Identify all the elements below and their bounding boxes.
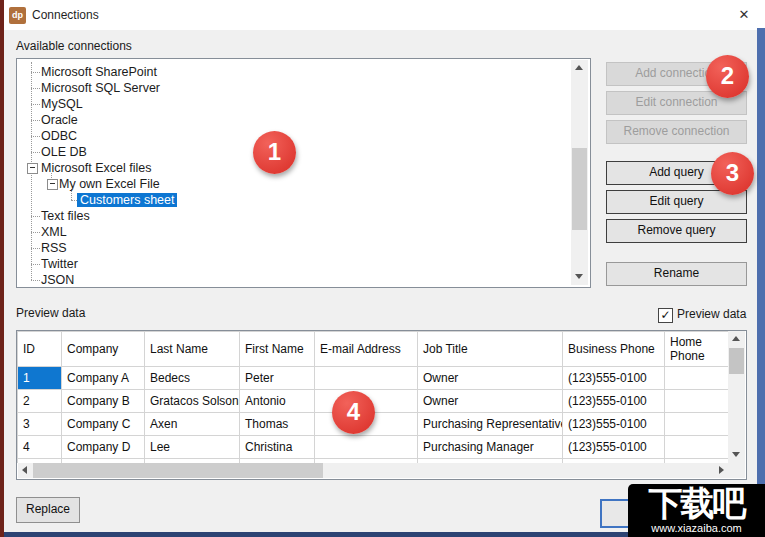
scroll-up-icon[interactable] [571,60,588,77]
callout-3: 3 [711,152,754,195]
tree-connector [71,200,77,201]
tree-connector [31,264,40,265]
app-icon: dp [9,7,26,24]
table-hscroll-thumb[interactable] [33,463,323,478]
column-header-business-phone: Business Phone [563,332,665,367]
table-cell[interactable] [665,436,730,459]
column-header-e-mail-address: E-mail Address [315,332,418,367]
scroll-down-icon[interactable] [571,268,588,285]
table-cell[interactable]: Company A [62,367,145,390]
tree-connector [31,216,40,217]
window-title: Connections [32,8,99,22]
table-cell[interactable]: Company D [62,436,145,459]
table-cell[interactable]: Bedecs [145,367,240,390]
scroll-up-icon[interactable] [728,331,745,348]
table-cell[interactable]: 4 [18,436,62,459]
callout-1: 1 [253,131,296,174]
table-row[interactable]: 1Company ABedecsPeterOwner(123)555-0100 [18,367,730,390]
table-cell[interactable]: Antonio [240,390,315,413]
tree-connector [31,248,40,249]
tree-item-odbc[interactable]: ODBC [41,128,77,144]
preview-data-grid[interactable]: IDCompanyLast NameFirst NameE-mail Addre… [16,330,747,480]
watermark-url: www.xiazaiba.com [628,522,765,535]
tree-scrollbar-thumb[interactable] [572,148,587,230]
remove-connection-button[interactable]: Remove connection [606,120,747,144]
tree-vertical-scrollbar[interactable] [571,60,588,285]
tree-item-json[interactable]: JSON [41,272,74,288]
collapse-minus-icon[interactable] [27,163,38,174]
table-cell[interactable]: Company B [62,390,145,413]
table-cell[interactable]: Owner [418,390,563,413]
window-edge-right [757,28,765,537]
table-row[interactable]: 4Company DLeeChristinaPurchasing Manager… [18,436,730,459]
table-cell[interactable]: Christina [240,436,315,459]
remove-query-button[interactable]: Remove query [606,219,747,243]
table-cell[interactable]: (123)555-0100 [563,367,665,390]
table-cell[interactable]: Thomas [240,413,315,436]
table-cell[interactable]: Lee [145,436,240,459]
scrollbar-corner [728,463,745,478]
column-header-company: Company [62,332,145,367]
connections-tree[interactable]: Microsoft SharePointMicrosoft SQL Server… [16,58,591,288]
scroll-right-icon[interactable] [713,463,728,478]
titlebar: dp Connections ✕ [0,0,765,30]
preview-data-checkbox[interactable]: ✓ [658,308,673,323]
table-cell[interactable]: Purchasing Manager [418,436,563,459]
table-cell[interactable] [315,436,418,459]
watermark-logo: 下载吧 [628,484,765,522]
close-icon[interactable]: ✕ [727,0,761,30]
tree-connector [31,104,40,105]
tree-connector [31,232,40,233]
tree-item-twitter[interactable]: Twitter [41,256,78,272]
column-header-id: ID [18,332,62,367]
callout-4: 4 [332,391,375,434]
available-connections-label: Available connections [16,39,132,53]
collapse-minus-icon[interactable] [47,179,58,190]
tree-item-microsoft-sharepoint[interactable]: Microsoft SharePoint [41,64,157,80]
replace-button[interactable]: Replace [16,497,80,523]
table-cell[interactable]: 3 [18,413,62,436]
column-header-first-name: First Name [240,332,315,367]
scroll-left-icon[interactable] [18,463,33,478]
preview-data-label: Preview data [16,306,85,320]
table-cell[interactable]: 2 [18,390,62,413]
table-cell[interactable]: (123)555-0100 [563,390,665,413]
window-edge-left [0,0,4,537]
preview-data-checkbox-label[interactable]: Preview data [677,307,746,321]
tree-item-rss[interactable]: RSS [41,240,67,256]
table-cell[interactable] [665,367,730,390]
table-cell[interactable]: Owner [418,367,563,390]
tree-item-xml[interactable]: XML [41,224,67,240]
table-cell[interactable]: Axen [145,413,240,436]
table-vertical-scrollbar[interactable] [728,331,745,463]
table-cell[interactable]: Purchasing Representative [418,413,563,436]
table-vscroll-thumb[interactable] [729,348,744,374]
table-cell[interactable] [665,413,730,436]
table-cell[interactable]: 1 [18,367,62,390]
table-horizontal-scrollbar[interactable] [18,463,728,478]
table-cell[interactable] [315,367,418,390]
tree-connector [31,120,40,121]
table-cell[interactable]: Company C [62,413,145,436]
preview-table[interactable]: IDCompanyLast NameFirst NameE-mail Addre… [17,331,729,463]
tree-item-customers-sheet[interactable]: Customers sheet [77,192,177,208]
table-cell[interactable]: (123)555-0100 [563,436,665,459]
scroll-down-icon[interactable] [728,446,745,463]
table-cell[interactable] [665,390,730,413]
table-cell[interactable]: Peter [240,367,315,390]
table-cell[interactable]: (123)555-0100 [563,413,665,436]
watermark: 下载吧 www.xiazaiba.com [628,484,765,537]
callout-2: 2 [706,55,749,98]
table-cell[interactable]: Gratacos Solsona [145,390,240,413]
tree-item-mysql[interactable]: MySQL [41,96,83,112]
column-header-home-phone: Home Phone [665,332,730,367]
tree-connector [31,136,40,137]
tree-item-my-own-excel-file[interactable]: My own Excel File [59,176,160,192]
tree-item-microsoft-excel-files[interactable]: Microsoft Excel files [41,160,151,176]
tree-item-microsoft-sql-server[interactable]: Microsoft SQL Server [41,80,160,96]
tree-item-oracle[interactable]: Oracle [41,112,78,128]
rename-button[interactable]: Rename [606,262,747,286]
tree-item-text-files[interactable]: Text files [41,208,90,224]
column-header-last-name: Last Name [145,332,240,367]
tree-item-ole-db[interactable]: OLE DB [41,144,87,160]
